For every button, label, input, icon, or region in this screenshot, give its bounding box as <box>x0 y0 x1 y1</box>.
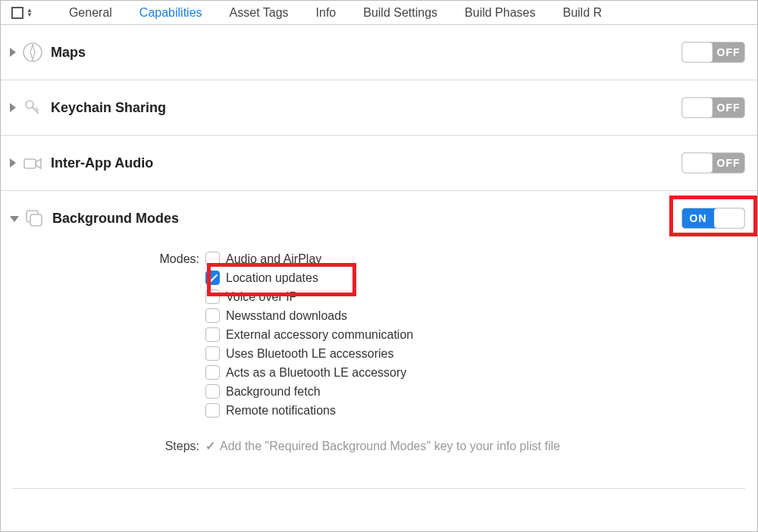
tab-general[interactable]: General <box>67 6 114 20</box>
target-selector[interactable]: ▲▼ <box>7 7 37 19</box>
mode-label: Voice over IP <box>226 290 297 304</box>
mode-label: Acts as a Bluetooth LE accessory <box>226 366 406 380</box>
key-icon <box>22 97 43 118</box>
mode-label: Remote notifications <box>226 404 336 418</box>
section-title: Keychain Sharing <box>51 100 681 116</box>
tab-build-settings[interactable]: Build Settings <box>362 6 439 20</box>
tab-asset-tags[interactable]: Asset Tags <box>228 6 290 20</box>
toggle-label: OFF <box>713 102 744 114</box>
section-header-keychain[interactable]: Keychain Sharing OFF <box>5 80 753 135</box>
toggle-knob <box>714 208 744 228</box>
mode-voip[interactable]: Voice over IP <box>205 289 413 304</box>
mode-label: Newsstand downloads <box>226 309 347 323</box>
section-keychain: Keychain Sharing OFF <box>1 80 757 136</box>
section-interapp-audio: Inter-App Audio OFF <box>1 136 757 191</box>
section-title: Background Modes <box>52 211 681 227</box>
modes-list: Audio and AirPlay Location updates Voice… <box>205 252 413 418</box>
mode-background-fetch[interactable]: Background fetch <box>205 384 413 399</box>
tab-build-phases[interactable]: Build Phases <box>463 6 537 20</box>
mode-bluetooth-le-act[interactable]: Acts as a Bluetooth LE accessory <box>205 365 413 380</box>
disclosure-right-icon <box>10 103 16 112</box>
modes-label: Modes: <box>13 252 205 266</box>
mode-label: Audio and AirPlay <box>226 252 321 266</box>
mode-remote-notifications[interactable]: Remote notifications <box>205 403 413 418</box>
cards-icon <box>23 208 45 229</box>
steps-label: Steps: <box>13 440 205 453</box>
mode-audio-airplay[interactable]: Audio and AirPlay <box>205 252 413 266</box>
checkmark-icon: ✓ <box>205 439 215 453</box>
mode-label: Location updates <box>226 271 318 285</box>
disclosure-down-icon <box>10 216 19 222</box>
camera-icon <box>22 152 43 174</box>
disclosure-right-icon <box>10 48 16 57</box>
updown-stepper-icon: ▲▼ <box>27 8 33 17</box>
tab-build-rules[interactable]: Build R <box>561 6 603 20</box>
steps-description: Add the "Required Background Modes" key … <box>220 440 560 453</box>
target-icon <box>11 7 23 19</box>
mode-bluetooth-le-use[interactable]: Uses Bluetooth LE accessories <box>205 346 413 361</box>
checkbox[interactable] <box>205 252 220 266</box>
steps-text: ✓ Add the "Required Background Modes" ke… <box>205 439 560 453</box>
capabilities-content: Maps OFF Keychain Sharing OFF <box>1 25 757 489</box>
tab-capabilities[interactable]: Capabilities <box>138 6 204 20</box>
checkbox[interactable] <box>205 308 220 323</box>
section-header-interapp[interactable]: Inter-App Audio OFF <box>5 136 753 190</box>
mode-location-updates[interactable]: Location updates <box>205 271 413 285</box>
mode-label: Background fetch <box>226 385 321 399</box>
compass-icon <box>22 42 43 63</box>
checkbox[interactable] <box>205 384 220 399</box>
toggle-knob <box>682 42 713 62</box>
steps-row: Steps: ✓ Add the "Required Background Mo… <box>13 418 745 467</box>
section-header-maps[interactable]: Maps OFF <box>5 25 753 80</box>
section-header-background[interactable]: Background Modes ON <box>5 191 753 246</box>
tabs-row: General Capabilities Asset Tags Info Bui… <box>67 6 603 20</box>
modes-area: Modes: Audio and AirPlay Location update… <box>5 246 753 488</box>
checkbox[interactable] <box>205 346 220 361</box>
toggle-keychain[interactable]: OFF <box>681 97 745 118</box>
toggle-knob <box>682 153 713 173</box>
section-maps: Maps OFF <box>1 25 757 80</box>
checkbox[interactable] <box>205 327 220 342</box>
toggle-interapp[interactable]: OFF <box>681 152 745 174</box>
mode-label: Uses Bluetooth LE accessories <box>226 347 393 361</box>
disclosure-right-icon <box>10 158 16 167</box>
checkbox[interactable] <box>205 289 220 304</box>
checkbox[interactable] <box>205 365 220 380</box>
mode-newsstand[interactable]: Newsstand downloads <box>205 308 413 323</box>
checkbox[interactable] <box>205 271 220 285</box>
mode-label: External accessory communication <box>226 328 413 342</box>
xcode-capabilities-pane: ▲▼ General Capabilities Asset Tags Info … <box>0 0 758 532</box>
mode-external-accessory[interactable]: External accessory communication <box>205 327 413 342</box>
svg-rect-2 <box>24 159 36 168</box>
toggle-label: OFF <box>713 157 744 169</box>
toggle-label: OFF <box>713 46 744 58</box>
tab-info[interactable]: Info <box>315 6 338 20</box>
modes-row: Modes: Audio and AirPlay Location update… <box>13 252 745 418</box>
toggle-knob <box>682 98 713 117</box>
toggle-maps[interactable]: OFF <box>681 42 745 63</box>
section-background-modes: Background Modes ON Modes: Audio and Air… <box>1 191 757 489</box>
toggle-label: ON <box>682 212 714 224</box>
section-title: Inter-App Audio <box>51 155 681 171</box>
section-title: Maps <box>51 45 681 61</box>
toggle-background-modes[interactable]: ON <box>681 208 745 229</box>
checkbox[interactable] <box>205 403 220 418</box>
svg-rect-4 <box>30 214 42 226</box>
tabbar: ▲▼ General Capabilities Asset Tags Info … <box>1 1 757 25</box>
